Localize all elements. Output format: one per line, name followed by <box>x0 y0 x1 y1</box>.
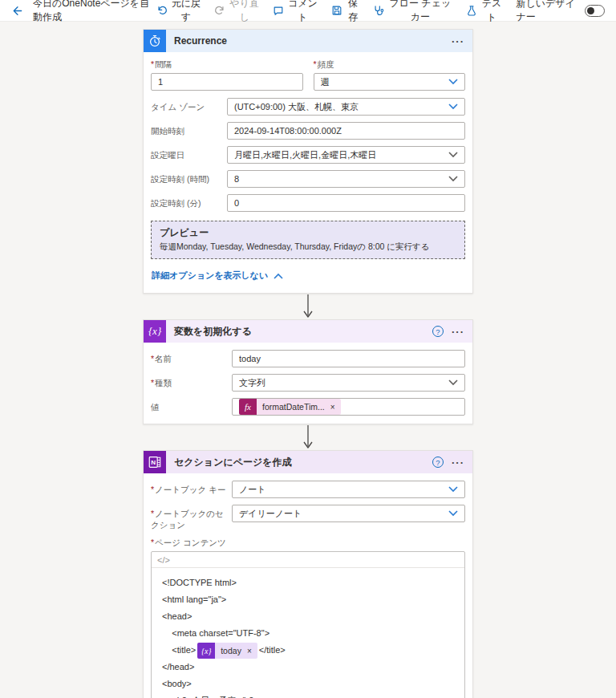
required-asterisk: * <box>151 59 154 69</box>
redo-icon <box>214 5 225 16</box>
timezone-label: タイム ゾーン <box>151 98 227 116</box>
interval-input[interactable]: 1 <box>151 73 303 91</box>
code-line: <head> <box>162 608 454 625</box>
start-time-input[interactable]: 2024-09-14T08:00:00.000Z <box>227 122 465 140</box>
minutes-input[interactable]: 0 <box>227 194 465 212</box>
flow-checker-icon <box>373 5 384 16</box>
flow-connector-arrow <box>302 294 314 319</box>
code-view-icon: </> <box>157 555 170 565</box>
variable-card-header[interactable]: {x} 変数を初期化する ? ··· <box>144 320 472 343</box>
variable-name-input[interactable]: today <box>232 350 465 367</box>
help-button[interactable]: ? <box>432 457 444 468</box>
help-button[interactable]: ? <box>432 326 444 337</box>
variable-type-label: *種類 <box>151 374 232 392</box>
code-line-title: <title>{x}today×</title> <box>162 642 454 659</box>
required-asterisk: * <box>151 509 154 518</box>
onenote-card-body: *ノートブック キー ノート *ノートブックのセクション デイリーノート *ペー… <box>144 473 472 698</box>
card-menu-button[interactable]: ··· <box>452 457 464 469</box>
test-flask-icon <box>466 5 477 16</box>
variable-card-body: *名前 today *種類 文字列 値 fx formatDateTim... <box>144 343 472 424</box>
code-area[interactable]: <!DOCTYPE html> <html lang="ja"> <head> … <box>152 568 464 698</box>
preview-text: 毎週Monday, Tuesday, Wednesday, Thursday, … <box>160 241 456 253</box>
fx-icon: fx <box>239 399 257 415</box>
code-line: </head> <box>162 659 454 676</box>
chevron-down-icon <box>448 79 458 85</box>
card-title: Recurrence <box>174 35 227 47</box>
initialize-variable-card: {x} 変数を初期化する ? ··· *名前 today *種類 文字列 値 <box>143 319 473 424</box>
hours-select[interactable]: 8 <box>227 170 465 188</box>
new-designer-label: 新しいデザイナー <box>516 0 579 24</box>
preview-box: プレビュー 毎週Monday, Tuesday, Wednesday, Thur… <box>151 221 465 259</box>
frequency-label: *頻度 <box>314 59 466 71</box>
save-icon <box>331 5 342 16</box>
recurrence-card: Recurrence ··· *間隔 1 *頻度 週 タイム ゾーン <box>143 29 473 294</box>
remove-token-icon[interactable]: × <box>247 643 252 659</box>
page-content-editor[interactable]: </> <!DOCTYPE html> <html lang="ja"> <he… <box>151 551 465 698</box>
comment-label: コメント <box>288 0 318 24</box>
card-title: セクションにページを作成 <box>174 456 292 469</box>
new-designer-toggle[interactable] <box>585 5 605 17</box>
card-menu-button[interactable]: ··· <box>452 326 464 338</box>
variable-type-select[interactable]: 文字列 <box>232 374 465 392</box>
undo-label: 元に戻す <box>172 0 201 24</box>
comment-button[interactable]: コメント <box>273 0 318 24</box>
redo-label: やり直し <box>229 0 259 24</box>
chevron-down-icon <box>448 379 458 386</box>
code-line: <h2>今日の予定</h2> <box>162 692 454 698</box>
variable-name-label: *名前 <box>151 350 232 367</box>
designer-toolbar: 今日のOneNoteページを自動作成 元に戻す やり直し コメント 保存 <box>0 0 616 22</box>
expression-token[interactable]: fx formatDateTim... × <box>239 399 341 415</box>
undo-button[interactable]: 元に戻す <box>156 0 201 24</box>
undo-icon <box>156 5 168 16</box>
redo-button[interactable]: やり直し <box>214 0 259 24</box>
recurrence-clock-icon <box>144 30 166 52</box>
notebook-section-select[interactable]: デイリーノート <box>232 505 465 522</box>
variable-value-label: 値 <box>151 398 232 416</box>
interval-label: *間隔 <box>151 59 303 71</box>
onenote-card-header[interactable]: N セクションにページを作成 ? ··· <box>144 451 472 473</box>
required-asterisk: * <box>151 378 154 388</box>
hours-label: 設定時刻 (時間) <box>151 170 227 188</box>
required-asterisk: * <box>151 354 154 363</box>
toolbar-actions: 元に戻す やり直し コメント 保存 フロー チェッカー <box>156 0 605 24</box>
minutes-label: 設定時刻 (分) <box>151 194 227 212</box>
comment-icon <box>273 5 284 16</box>
required-asterisk: * <box>151 485 154 494</box>
flow-checker-button[interactable]: フロー チェッカー <box>373 0 452 24</box>
weekdays-select[interactable]: 月曜日,水曜日,火曜日,金曜日,木曜日 <box>227 146 465 164</box>
recurrence-card-header[interactable]: Recurrence ··· <box>144 30 472 52</box>
remove-token-icon[interactable]: × <box>330 403 335 412</box>
chevron-down-icon <box>448 510 458 517</box>
onenote-icon: N <box>144 451 166 473</box>
back-arrow-icon <box>11 5 23 17</box>
variable-icon: {x} <box>197 643 215 659</box>
new-designer-toggle-group: 新しいデザイナー <box>516 0 605 24</box>
frequency-select[interactable]: 週 <box>314 73 466 91</box>
card-menu-button[interactable]: ··· <box>452 35 464 47</box>
chevron-down-icon <box>448 486 458 493</box>
notebook-key-select[interactable]: ノート <box>232 481 465 498</box>
svg-text:N: N <box>151 459 156 466</box>
code-line: <body> <box>162 676 454 692</box>
page-content-label: *ページ コンテンツ <box>151 538 465 549</box>
flow-canvas: Recurrence ··· *間隔 1 *頻度 週 タイム ゾーン <box>0 22 616 698</box>
start-time-label: 開始時刻 <box>151 122 227 140</box>
flow-checker-label: フロー チェッカー <box>388 0 452 24</box>
required-asterisk: * <box>314 59 317 69</box>
variable-value-input[interactable]: fx formatDateTim... × <box>232 398 465 416</box>
variable-icon: {x} <box>144 320 166 343</box>
code-line: <meta charset="UTF-8"> <box>162 625 454 642</box>
code-line: <!DOCTYPE html> <box>162 574 454 591</box>
back-button[interactable] <box>11 5 23 17</box>
test-button[interactable]: テスト <box>466 0 503 24</box>
save-button[interactable]: 保存 <box>331 0 359 24</box>
timezone-select[interactable]: (UTC+09:00) 大阪、札幌、東京 <box>227 98 465 116</box>
hide-advanced-options-link[interactable]: 詳細オプションを表示しない <box>152 270 283 282</box>
weekdays-label: 設定曜日 <box>151 146 227 164</box>
preview-title: プレビュー <box>160 226 456 240</box>
notebook-key-label: *ノートブック キー <box>151 481 232 498</box>
toggle-knob <box>587 7 594 14</box>
expression-token-label: formatDateTim... <box>262 402 325 412</box>
chevron-down-icon <box>448 176 458 182</box>
variable-token[interactable]: {x}today× <box>197 643 257 659</box>
